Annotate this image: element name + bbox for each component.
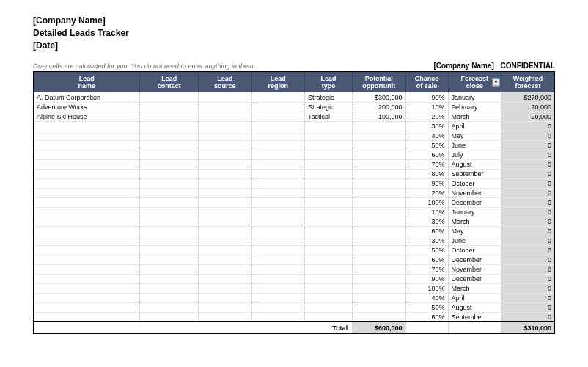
cell-forecast[interactable]: June <box>448 140 501 150</box>
cell-type[interactable] <box>304 283 352 293</box>
cell-source[interactable] <box>199 302 251 312</box>
cell-name[interactable] <box>34 293 140 302</box>
cell-contact[interactable] <box>140 217 199 226</box>
cell-weighted[interactable]: 0 <box>501 274 554 283</box>
cell-region[interactable] <box>251 302 304 312</box>
cell-type[interactable] <box>304 131 352 140</box>
cell-weighted[interactable]: $270,000 <box>501 92 554 102</box>
cell-name[interactable] <box>34 207 140 217</box>
cell-name[interactable]: Alpine Ski House <box>34 112 140 121</box>
cell-source[interactable] <box>199 255 251 264</box>
cell-potential[interactable] <box>353 255 405 264</box>
cell-chance[interactable]: 90% <box>405 178 448 188</box>
cell-contact[interactable] <box>140 226 199 236</box>
cell-forecast[interactable]: December <box>448 255 501 264</box>
cell-name[interactable] <box>34 245 140 255</box>
cell-source[interactable] <box>199 178 251 188</box>
dropdown-icon[interactable]: ▼ <box>492 79 500 87</box>
cell-weighted[interactable]: 0 <box>501 197 554 207</box>
cell-potential[interactable] <box>353 150 405 159</box>
col-weighted[interactable]: Weightedforecast <box>501 72 554 92</box>
cell-name[interactable] <box>34 274 140 283</box>
cell-name[interactable] <box>34 159 140 169</box>
cell-type[interactable] <box>304 169 352 178</box>
cell-weighted[interactable]: 0 <box>501 255 554 264</box>
cell-name[interactable] <box>34 169 140 178</box>
cell-source[interactable] <box>199 131 251 140</box>
cell-contact[interactable] <box>140 274 199 283</box>
cell-region[interactable] <box>251 283 304 293</box>
cell-source[interactable] <box>199 236 251 245</box>
cell-contact[interactable] <box>140 121 199 131</box>
cell-chance[interactable]: 40% <box>405 131 448 140</box>
cell-contact[interactable] <box>140 188 199 197</box>
cell-chance[interactable]: 100% <box>405 283 448 293</box>
cell-source[interactable] <box>199 264 251 274</box>
cell-contact[interactable] <box>140 140 199 150</box>
cell-contact[interactable] <box>140 102 199 112</box>
cell-type[interactable] <box>304 302 352 312</box>
cell-type[interactable] <box>304 226 352 236</box>
cell-potential[interactable] <box>353 236 405 245</box>
cell-name[interactable] <box>34 255 140 264</box>
cell-source[interactable] <box>199 312 251 321</box>
cell-region[interactable] <box>251 92 304 102</box>
cell-forecast[interactable]: January <box>448 207 501 217</box>
cell-weighted[interactable]: 0 <box>501 283 554 293</box>
cell-weighted[interactable]: 0 <box>501 207 554 217</box>
cell-forecast[interactable]: May <box>448 131 501 140</box>
cell-weighted[interactable]: 0 <box>501 131 554 140</box>
cell-forecast[interactable]: January <box>448 92 501 102</box>
cell-contact[interactable] <box>140 312 199 321</box>
cell-type[interactable] <box>304 217 352 226</box>
cell-potential[interactable] <box>353 293 405 302</box>
cell-region[interactable] <box>251 293 304 302</box>
cell-potential[interactable] <box>353 121 405 131</box>
cell-forecast[interactable]: September <box>448 169 501 178</box>
cell-region[interactable] <box>251 169 304 178</box>
cell-name[interactable] <box>34 121 140 131</box>
cell-chance[interactable]: 60% <box>405 150 448 159</box>
cell-potential[interactable] <box>353 140 405 150</box>
cell-potential[interactable]: 100,000 <box>353 112 405 121</box>
cell-forecast[interactable]: October <box>448 178 501 188</box>
cell-potential[interactable] <box>353 197 405 207</box>
cell-type[interactable] <box>304 178 352 188</box>
cell-type[interactable] <box>304 312 352 321</box>
col-lead-contact[interactable]: Leadcontact <box>140 72 199 92</box>
cell-chance[interactable]: 90% <box>405 92 448 102</box>
cell-potential[interactable]: 200,000 <box>353 102 405 112</box>
cell-type[interactable] <box>304 255 352 264</box>
cell-source[interactable] <box>199 102 251 112</box>
cell-weighted[interactable]: 20,000 <box>501 112 554 121</box>
cell-contact[interactable] <box>140 293 199 302</box>
cell-region[interactable] <box>251 217 304 226</box>
cell-contact[interactable] <box>140 131 199 140</box>
cell-chance[interactable]: 30% <box>405 217 448 226</box>
col-forecast-close[interactable]: Forecastclose ▼ <box>448 72 501 92</box>
cell-forecast[interactable]: June <box>448 236 501 245</box>
cell-type[interactable] <box>304 197 352 207</box>
cell-type[interactable] <box>304 207 352 217</box>
cell-type[interactable] <box>304 264 352 274</box>
cell-region[interactable] <box>251 121 304 131</box>
cell-contact[interactable] <box>140 283 199 293</box>
cell-contact[interactable] <box>140 197 199 207</box>
cell-forecast[interactable]: August <box>448 302 501 312</box>
cell-region[interactable] <box>251 207 304 217</box>
cell-forecast[interactable]: December <box>448 274 501 283</box>
cell-chance[interactable]: 10% <box>405 207 448 217</box>
col-chance[interactable]: Chanceof sale <box>405 72 448 92</box>
cell-source[interactable] <box>199 92 251 102</box>
cell-type[interactable] <box>304 140 352 150</box>
cell-type[interactable] <box>304 274 352 283</box>
cell-potential[interactable] <box>353 178 405 188</box>
cell-name[interactable] <box>34 283 140 293</box>
cell-source[interactable] <box>199 112 251 121</box>
cell-chance[interactable]: 30% <box>405 121 448 131</box>
cell-forecast[interactable]: March <box>448 283 501 293</box>
cell-source[interactable] <box>199 169 251 178</box>
cell-potential[interactable] <box>353 188 405 197</box>
cell-weighted[interactable]: 0 <box>501 312 554 321</box>
cell-potential[interactable] <box>353 207 405 217</box>
